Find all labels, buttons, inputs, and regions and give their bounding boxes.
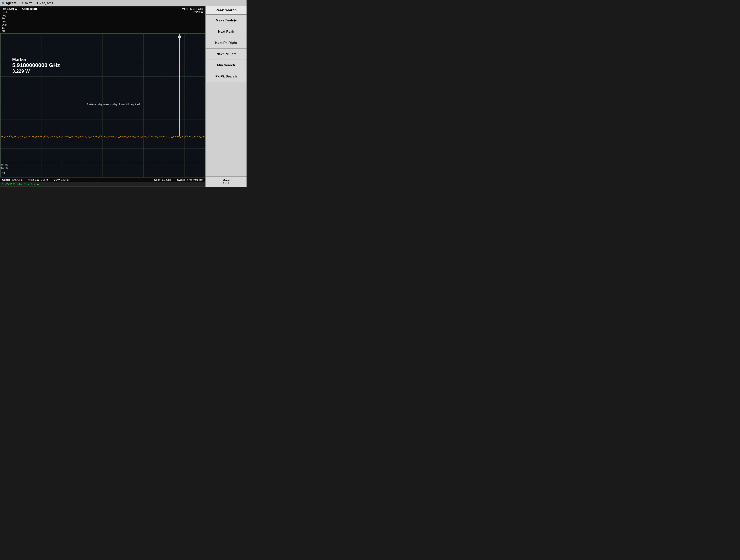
resbw-label: *Res BW — [28, 178, 39, 181]
svg-marker-22 — [178, 35, 181, 39]
bottom-right: Span 1.1 GHz Sweep 4 ms (401 pts) — [154, 178, 203, 181]
sidebar-menu: Peak Search Meas Tools▶ Next Peak Next P… — [205, 6, 247, 187]
bottom-left: Center 5.45 GHz *Res BW 1 MHz VBW 1 MHz — [2, 178, 69, 181]
center-param: Center 5.45 GHz — [2, 178, 22, 181]
marker-power: 3.229 W — [12, 69, 60, 74]
brand-name: Agilent — [6, 1, 16, 5]
marker-top-info: Mkr1 5.918 GHz 3.229 W — [182, 7, 203, 14]
svg-rect-18 — [0, 33, 205, 177]
mode-label: Peak — [2, 11, 37, 14]
vbw-value: 1 MHz — [61, 178, 69, 181]
vbw-label: VBW — [54, 178, 60, 181]
grid-svg: 1 — [0, 33, 205, 177]
scale-label: Log — [2, 14, 37, 17]
pk-pk-search-button[interactable]: Pk-Pk Search — [206, 71, 247, 82]
mkr-freq-top: 5.918 GHz — [190, 7, 203, 10]
instrument-panel: Ref 12.59 W Atten 40 dB Peak Log 10 dB/ … — [0, 6, 205, 187]
ref-line: Ref 12.59 W Atten 40 dB — [2, 7, 37, 10]
min-search-button[interactable]: Min Search — [206, 60, 247, 71]
agilent-icon: ✳ — [2, 1, 5, 5]
marker-label: Mkr1 5.918 GHz — [182, 7, 203, 10]
sidebar-title: Peak Search — [206, 6, 247, 15]
header-date: Nov 16, 2021 — [36, 2, 53, 5]
scale-value: 10 — [2, 17, 37, 20]
span-value: 1.1 GHz — [162, 178, 171, 181]
info-left: Ref 12.59 W Atten 40 dB Peak Log 10 dB/ … — [2, 7, 37, 32]
meas-tools-button[interactable]: Meas Tools▶ — [206, 15, 247, 26]
chart-container: 1 System, Alignments, Align Now, All req… — [0, 33, 205, 177]
next-peak-button[interactable]: Next Peak — [206, 26, 247, 37]
sweep-value: 4 ms (401 pts) — [187, 178, 203, 181]
marker-freq: 5.9180000000 GHz — [12, 62, 60, 69]
marker-annotation: Marker 5.9180000000 GHz 3.229 W — [12, 57, 60, 74]
svg-line-21 — [179, 35, 180, 136]
brand-logo: ✳ Agilent — [2, 1, 16, 5]
next-pk-right-button[interactable]: Next Pk Right — [206, 37, 247, 48]
more-button[interactable]: More 1 of 2 — [206, 177, 247, 187]
vbw-param: VBW 1 MHz — [54, 178, 69, 181]
ref-value: 12.59 W — [7, 7, 17, 10]
main-area: Ref 12.59 W Atten 40 dB Peak Log 10 dB/ … — [0, 6, 247, 187]
cp-label: CP — [2, 172, 5, 175]
ref-label: Ref — [2, 7, 6, 10]
offset-value: 11 — [2, 26, 37, 29]
bottom-bar: Center 5.45 GHz *Res BW 1 MHz VBW 1 MHz … — [0, 177, 205, 182]
span-label: Span — [154, 178, 161, 181]
w1s2-label: W1 S2 S3 FC — [1, 164, 8, 169]
unit-label: dB/ — [2, 20, 37, 23]
info-bar: Ref 12.59 W Atten 40 dB Peak Log 10 dB/ … — [0, 6, 205, 33]
mkr-power-top: 3.229 W — [182, 10, 203, 14]
sweep-label: Sweep — [177, 178, 185, 181]
more-label: More — [206, 179, 246, 182]
atten-value: 40 dB — [29, 7, 37, 10]
more-sub-label: 1 of 2 — [206, 182, 246, 185]
header-bar: ✳ Agilent 18:26:57 Nov 16, 2021 — [0, 0, 247, 6]
w1s2-text: W1 S2 — [1, 164, 8, 166]
sweep-param: Sweep 4 ms (401 pts) — [177, 178, 203, 181]
svg-text:1: 1 — [180, 35, 181, 37]
mkr-label: Mkr1 — [182, 7, 188, 10]
center-value: 5.45 GHz — [12, 178, 22, 181]
span-param: Span 1.1 GHz — [154, 178, 171, 181]
resbw-value: 1 MHz — [40, 178, 48, 181]
header-time: 18:26:57 — [20, 2, 32, 5]
offset-unit: dB — [2, 29, 37, 32]
atten-label: Atten — [22, 7, 29, 10]
center-label: Center — [2, 178, 10, 181]
marker-title: Marker — [12, 57, 60, 62]
display-area: 1 System, Alignments, Align Now, All req… — [0, 33, 205, 177]
file-bar: C:\TX2501.$TA file loaded — [0, 182, 205, 187]
offset-label: Offst — [2, 23, 37, 26]
next-pk-left-button[interactable]: Next Pk Left — [206, 48, 247, 60]
align-message: System, Alignments, Align Now, All requi… — [87, 103, 140, 106]
s3fc-text: S3 FC — [1, 166, 8, 169]
resbw-param: *Res BW 1 MHz — [28, 178, 48, 181]
